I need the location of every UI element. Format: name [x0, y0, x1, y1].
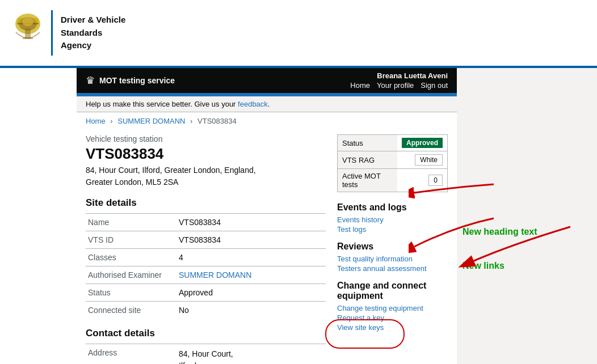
svg-point-6 [17, 18, 23, 23]
active-mot-count: 0 [428, 175, 443, 186]
vts-label: Vehicle testing station [86, 134, 326, 143]
svg-rect-4 [25, 28, 31, 39]
table-row: Classes 4 [86, 249, 326, 266]
user-name: Breana Luetta Aveni [350, 71, 448, 80]
site-details-title: Site details [86, 197, 326, 209]
breadcrumb: Home › SUMMER DOMANN › VTS083834 [77, 112, 457, 130]
svg-point-3 [22, 17, 33, 26]
test-quality-link[interactable]: Test quality information [337, 255, 448, 263]
table-row: Address 84, Hour Court,Ilford,Greater Lo… [86, 344, 326, 365]
events-history-link[interactable]: Events history [337, 215, 448, 224]
events-logs-section: Events and logs Events history Test logs [337, 202, 448, 234]
table-row: Authorised Examiner SUMMER DOMANN [86, 266, 326, 284]
view-site-keys-link[interactable]: View site keys [337, 323, 448, 332]
vts-rag-row: VTS RAG White [338, 151, 448, 169]
reviews-title: Reviews [337, 242, 448, 252]
change-testing-link[interactable]: Change testing equipment [337, 304, 448, 312]
page-container: Driver & Vehicle Standards Agency ♛ MOT … [0, 0, 597, 364]
contact-table: Address 84, Hour Court,Ilford,Greater Lo… [86, 344, 326, 364]
service-name[interactable]: MOT testing service [99, 76, 175, 85]
breadcrumb-sep2: › [190, 117, 192, 125]
test-logs-link[interactable]: Test logs [337, 225, 448, 234]
status-table: Status Approved VTS RAG White [337, 134, 448, 192]
nav-bar: ♛ MOT testing service Breana Luetta Aven… [77, 68, 457, 93]
dvsa-logo [11, 12, 44, 54]
breadcrumb-parent[interactable]: SUMMER DOMANN [117, 117, 185, 125]
table-row: Connected site No [86, 302, 326, 319]
contact-details-section: Contact details Address 84, Hour Court,I… [86, 328, 326, 364]
nav-signout-link[interactable]: Sign out [421, 81, 448, 90]
events-logs-title: Events and logs [337, 202, 448, 213]
crown-icon: ♛ [86, 74, 95, 87]
nav-profile-link[interactable]: Your profile [377, 81, 414, 90]
site-details-section: Site details Name VTS083834 VTS ID VTS08… [86, 197, 326, 319]
authorised-examiner-link[interactable]: SUMMER DOMANN [179, 270, 251, 280]
site-details-table: Name VTS083834 VTS ID VTS083834 Classes … [86, 213, 326, 319]
reviews-section: Reviews Test quality information Testers… [337, 242, 448, 273]
feedback-bar: Help us make this service better. Give u… [77, 96, 457, 112]
status-row: Status Approved [338, 135, 448, 151]
dvsa-divider [51, 10, 53, 56]
svg-point-7 [33, 18, 39, 23]
change-equipment-title: Change and connect equipment [337, 281, 448, 301]
vts-address: 84, Hour Court, Ilford, Greater London, … [86, 164, 326, 188]
breadcrumb-current: VTS083834 [197, 117, 237, 125]
breadcrumb-home[interactable]: Home [86, 117, 106, 125]
status-approved-badge: Approved [402, 138, 443, 148]
vts-title: VTS083834 [86, 145, 326, 163]
feedback-link[interactable]: feedback [238, 100, 268, 108]
table-row: Status Approved [86, 284, 326, 302]
table-row: Name VTS083834 [86, 214, 326, 231]
annotation-arrow [457, 210, 582, 278]
dvsa-name: Driver & Vehicle Standards Agency [61, 14, 125, 52]
table-row: VTS ID VTS083834 [86, 231, 326, 249]
change-equipment-section: Change and connect equipment Change test… [337, 281, 448, 332]
vts-rag-badge: White [415, 154, 443, 166]
nav-home-link[interactable]: Home [350, 81, 370, 90]
request-key-link[interactable]: Request a key [337, 314, 448, 322]
active-mot-row: Active MOT tests 0 [338, 169, 448, 192]
contact-details-title: Contact details [86, 328, 326, 339]
testers-annual-link[interactable]: Testers annual assessment [337, 264, 448, 273]
breadcrumb-sep1: › [110, 117, 112, 125]
